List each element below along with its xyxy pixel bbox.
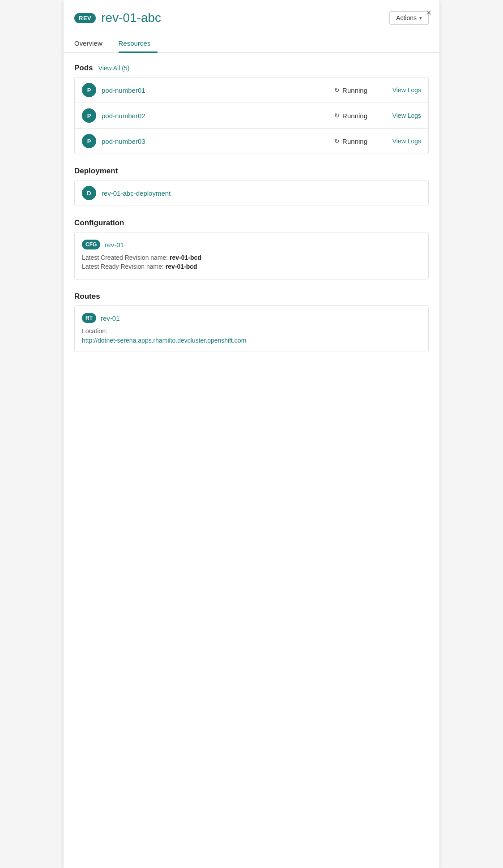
pod-row-3: P pod-number03 ↻ Running View Logs bbox=[75, 129, 428, 154]
config-header: CFG rev-01 bbox=[82, 240, 421, 249]
configuration-section-title: Configuration bbox=[74, 219, 429, 228]
routes-header: RT rev-01 bbox=[82, 313, 421, 323]
latest-created-value: rev-01-bcd bbox=[170, 254, 201, 261]
pods-card: P pod-number01 ↻ Running View Logs P pod… bbox=[74, 77, 429, 154]
pod-name-2[interactable]: pod-number02 bbox=[102, 112, 334, 120]
running-icon-1: ↻ bbox=[334, 86, 340, 94]
view-all-pods-link[interactable]: View All (5) bbox=[98, 64, 130, 72]
actions-button[interactable]: Actions ▾ bbox=[389, 11, 429, 25]
pod-badge-3: P bbox=[82, 134, 96, 148]
actions-label: Actions bbox=[396, 14, 417, 21]
title-left: REV rev-01-abc bbox=[74, 11, 161, 25]
pod-name-3[interactable]: pod-number03 bbox=[102, 138, 334, 145]
panel-header: REV rev-01-abc Actions ▾ × bbox=[64, 0, 439, 34]
deployment-row: D rev-01-abc-deployment bbox=[75, 180, 428, 206]
latest-ready-value: rev-01-bcd bbox=[166, 263, 197, 270]
cfg-name[interactable]: rev-01 bbox=[105, 241, 421, 249]
page-title: rev-01-abc bbox=[101, 11, 161, 25]
rev-badge: REV bbox=[74, 13, 96, 23]
pods-section: Pods View All (5) P pod-number01 ↻ Runni… bbox=[74, 64, 429, 154]
pod-status-1: ↻ Running bbox=[334, 86, 367, 94]
deployment-name[interactable]: rev-01-abc-deployment bbox=[102, 189, 421, 197]
pod-badge-2: P bbox=[82, 108, 96, 123]
close-button[interactable]: × bbox=[426, 8, 431, 17]
tabs-bar: Overview Resources bbox=[64, 34, 439, 53]
deployment-section: Deployment D rev-01-abc-deployment bbox=[74, 167, 429, 206]
configuration-section: Configuration CFG rev-01 Latest Created … bbox=[74, 219, 429, 279]
running-icon-3: ↻ bbox=[334, 138, 340, 145]
location-url[interactable]: http://dotnet-serena.apps.rhamilto.devcl… bbox=[82, 337, 246, 344]
deployment-card: D rev-01-abc-deployment bbox=[74, 180, 429, 206]
pod-row-2: P pod-number02 ↻ Running View Logs bbox=[75, 103, 428, 129]
routes-card: RT rev-01 Location: http://dotnet-serena… bbox=[74, 305, 429, 352]
route-name[interactable]: rev-01 bbox=[101, 314, 421, 322]
title-row: REV rev-01-abc Actions ▾ bbox=[74, 11, 429, 34]
pod-status-2: ↻ Running bbox=[334, 112, 367, 120]
pods-section-title: Pods View All (5) bbox=[74, 64, 429, 73]
configuration-card: CFG rev-01 Latest Created Revision name:… bbox=[74, 232, 429, 279]
pod-status-3: ↻ Running bbox=[334, 138, 367, 145]
routes-section: Routes RT rev-01 Location: http://dotnet… bbox=[74, 292, 429, 352]
pod-name-1[interactable]: pod-number01 bbox=[102, 86, 334, 94]
latest-created-detail: Latest Created Revision name: rev-01-bcd bbox=[82, 254, 421, 261]
rt-badge: RT bbox=[82, 313, 96, 323]
routes-section-title: Routes bbox=[74, 292, 429, 301]
pod-row-1: P pod-number01 ↻ Running View Logs bbox=[75, 77, 428, 103]
deployment-badge: D bbox=[82, 186, 96, 200]
side-panel: REV rev-01-abc Actions ▾ × Overview Reso… bbox=[64, 0, 439, 868]
view-logs-1[interactable]: View Logs bbox=[385, 86, 421, 94]
chevron-down-icon: ▾ bbox=[419, 15, 422, 21]
view-logs-3[interactable]: View Logs bbox=[385, 138, 421, 145]
deployment-section-title: Deployment bbox=[74, 167, 429, 176]
panel-body: Pods View All (5) P pod-number01 ↻ Runni… bbox=[64, 53, 439, 375]
cfg-badge: CFG bbox=[82, 240, 100, 249]
tab-resources[interactable]: Resources bbox=[119, 34, 158, 53]
running-icon-2: ↻ bbox=[334, 112, 340, 119]
latest-ready-detail: Latest Ready Revision name: rev-01-bcd bbox=[82, 263, 421, 270]
view-logs-2[interactable]: View Logs bbox=[385, 112, 421, 119]
pod-badge-1: P bbox=[82, 83, 96, 97]
location-label: Location: bbox=[82, 327, 421, 335]
tab-overview[interactable]: Overview bbox=[74, 34, 110, 53]
